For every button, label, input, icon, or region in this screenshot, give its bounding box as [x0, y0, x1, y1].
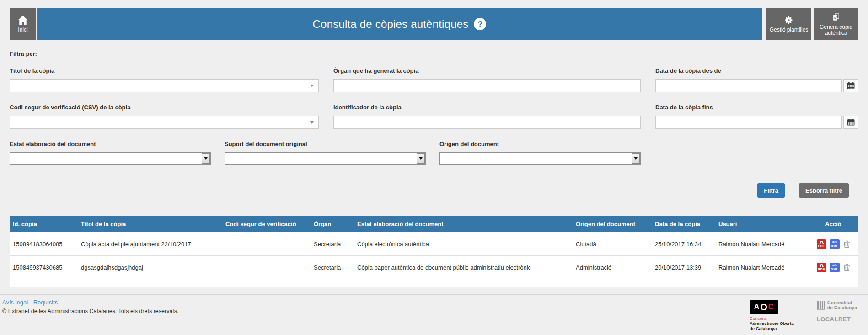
csv-label: Codi segur de verificació (CSV) de la cò… — [10, 104, 319, 111]
page-title: Consulta de còpies autèntiques — [313, 18, 469, 31]
table-bottom-padding — [10, 279, 858, 287]
gear-icon — [784, 15, 793, 25]
select-dropdown-button[interactable] — [417, 153, 425, 164]
cell-usuari: Raimon Nualart Mercadé — [715, 241, 808, 248]
chevron-down-icon — [204, 157, 208, 160]
col-header-estat: Estat elaboració del document — [354, 221, 573, 227]
col-header-data: Data de la còpia — [652, 221, 715, 227]
cell-organ: Secretaria — [311, 264, 354, 271]
manage-templates-button[interactable]: Gestió plantilles — [766, 8, 811, 40]
titol-combobox[interactable] — [10, 79, 319, 92]
manage-templates-label: Gestió plantilles — [770, 27, 809, 33]
pdf-download-icon[interactable]: PDF — [817, 263, 826, 272]
origen-label: Origen del document — [439, 140, 641, 147]
cell-id: 150849937430685 — [10, 264, 78, 271]
col-header-usuari: Usuari — [715, 221, 808, 227]
xml-download-icon[interactable]: </> XML — [830, 239, 840, 249]
cell-id: 150894183064085 — [10, 241, 78, 248]
cell-usuari: Raimon Nualart Mercadé — [715, 264, 808, 271]
results-table: Id. còpia Títol de la còpia Codi segur d… — [10, 216, 858, 287]
top-toolbar: Inici Consulta de còpies autèntiques ? G… — [10, 8, 858, 40]
clear-filter-button[interactable]: Esborra filtre — [799, 183, 849, 198]
date-from-picker-button[interactable] — [843, 79, 858, 92]
generalitat-logo: Generalitat de Catalunya LOCALRET — [817, 300, 857, 323]
cell-estat: Còpia electrònica autèntica — [354, 241, 573, 248]
aoc-logo: AOC Consorci Administració Oberta de Cat… — [750, 300, 794, 331]
help-icon[interactable]: ? — [474, 18, 486, 30]
pdf-download-icon[interactable]: PDF — [817, 239, 826, 249]
cell-titol: dgsasgdajhsdgasjhdgaj — [78, 264, 222, 271]
identificador-input[interactable] — [333, 116, 641, 129]
data-des-de-label: Data de la còpia des de — [655, 67, 858, 74]
cell-data: 20/10/2017 13:39 — [652, 264, 715, 271]
titol-label: Títol de la còpia — [10, 67, 319, 74]
delete-button[interactable] — [843, 263, 850, 271]
filter-heading: Filtra per: — [10, 50, 858, 57]
document-check-icon — [831, 12, 841, 22]
requirements-link[interactable]: Requisits — [33, 299, 58, 306]
cell-estat: Còpia paper autèntica de document públic… — [354, 264, 573, 271]
chevron-down-icon — [634, 157, 638, 160]
aoc-logo-mark: AOC — [750, 300, 778, 314]
organ-input[interactable] — [333, 79, 641, 92]
calendar-icon — [847, 82, 855, 89]
filter-panel: Filtra per: Títol de la còpia Òrgan que … — [0, 50, 868, 198]
suport-select[interactable] — [225, 152, 426, 165]
col-header-accio: Acció — [808, 221, 858, 227]
cell-data: 25/10/2017 16:34 — [652, 241, 715, 248]
filter-button[interactable]: Filtra — [757, 183, 785, 198]
col-header-organ: Òrgan — [311, 221, 354, 227]
home-icon — [18, 15, 28, 25]
select-dropdown-button[interactable] — [632, 153, 640, 164]
xml-download-icon[interactable]: </> XML — [830, 263, 840, 272]
title-bar: Consulta de còpies autèntiques ? — [37, 8, 762, 40]
cell-origen: Ciutadà — [573, 241, 652, 248]
calendar-icon — [847, 119, 855, 126]
link-separator: - — [28, 299, 33, 306]
generalitat-bars-icon — [817, 301, 825, 310]
trash-icon — [843, 240, 850, 248]
home-button[interactable]: Inici — [10, 8, 36, 40]
data-fins-label: Data de la còpia fins — [655, 104, 858, 111]
origen-select[interactable] — [439, 152, 641, 165]
col-header-origen: Origen del document — [573, 221, 652, 227]
select-dropdown-button[interactable] — [202, 153, 210, 164]
table-row: 150849937430685 dgsasgdajhsdgasjhdgaj Se… — [10, 256, 858, 279]
estat-label: Estat elaboració del document — [10, 140, 211, 147]
table-header-row: Id. còpia Títol de la còpia Codi segur d… — [10, 216, 858, 232]
organ-label: Òrgan que ha generat la còpia — [333, 67, 641, 74]
cell-titol: Còpia acta del ple ajuntament 22/10/2017 — [78, 241, 222, 248]
generate-copy-button[interactable]: Genera còpia autèntica — [814, 8, 858, 40]
chevron-down-icon — [419, 157, 423, 160]
cell-origen: Administració — [573, 264, 652, 271]
copyright-text: © Extranet de les Administracions Catala… — [2, 308, 859, 314]
table-row: 150894183064085 Còpia acta del ple ajunt… — [10, 232, 858, 256]
col-header-titol: Títol de la còpia — [78, 221, 222, 227]
footer: Avís legal - Requisits © Extranet de les… — [0, 294, 868, 335]
data-fins-input[interactable] — [655, 116, 842, 129]
cell-organ: Secretaria — [311, 241, 354, 248]
col-header-csv: Codi segur de verificació — [222, 221, 311, 227]
identificador-label: Identificador de la còpia — [333, 104, 641, 111]
estat-select[interactable] — [10, 152, 211, 165]
delete-button[interactable] — [843, 240, 850, 248]
generate-copy-label: Genera còpia autèntica — [814, 24, 857, 36]
home-label: Inici — [18, 27, 27, 33]
date-to-picker-button[interactable] — [843, 116, 858, 129]
localret-logo: LOCALRET — [817, 316, 857, 323]
csv-combobox[interactable] — [10, 116, 319, 129]
col-header-id: Id. còpia — [10, 221, 78, 227]
aoc-caption: Consorci — [750, 316, 794, 321]
suport-label: Suport del document original — [225, 140, 426, 147]
legal-notice-link[interactable]: Avís legal — [2, 299, 28, 306]
trash-icon — [843, 263, 850, 271]
data-des-de-input[interactable] — [655, 79, 842, 92]
